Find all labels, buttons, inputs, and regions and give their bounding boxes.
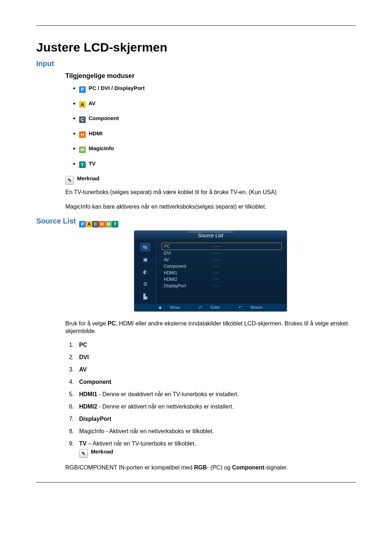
p-icon: P <box>79 86 86 93</box>
osd-item-component: Component : ---- <box>162 263 282 270</box>
mode-tv: T TV <box>79 160 356 168</box>
a-icon: A <box>79 101 86 108</box>
src-3: AV <box>75 366 356 373</box>
m-icon: M <box>79 147 86 153</box>
osd-menu: Source List ⇆ ▣ ◐ ⚙ ▙ PC : ---- DVI <box>134 230 287 312</box>
mode-av-label: AV <box>89 100 96 106</box>
top-rule <box>36 25 356 26</box>
m-icon: M <box>105 221 112 227</box>
mode-magicinfo-label: MagicInfo <box>89 145 114 151</box>
osd-item-hdmi2: HDMI2 : ---- <box>162 276 282 283</box>
src-4: Component <box>75 379 356 385</box>
source-list-label: Source List <box>36 217 76 225</box>
mode-component: C Component <box>79 115 356 123</box>
input-heading: Input <box>36 59 356 68</box>
source-description: Bruk for å velge PC, HDMI eller andre ek… <box>65 320 356 335</box>
return-icon: ↶ <box>238 305 242 310</box>
osd-item-pc: PC : ---- <box>162 243 282 250</box>
src-7: DisplayPort <box>75 416 356 422</box>
src-6: HDMI2 - Denne er aktivert når en nettver… <box>75 403 356 410</box>
move-icon: ◆ <box>159 305 162 310</box>
mode-av: A AV <box>79 100 356 108</box>
osd-item-av: AV : ---- <box>162 257 282 263</box>
h-icon: H <box>99 221 105 227</box>
note-icon: ✎ <box>79 449 88 458</box>
enter-icon: ⏎ <box>199 305 202 310</box>
osd-side-multi-icon: ▙ <box>140 292 150 301</box>
mode-pc: P PC / DVI / DisplayPort <box>79 85 356 93</box>
mode-pc-label: PC / DVI / DisplayPort <box>89 85 144 91</box>
page-title: Justere LCD-skjermen <box>36 40 356 54</box>
mode-tv-label: TV <box>89 160 95 167</box>
h-icon: H <box>79 131 86 138</box>
note-icon: ✎ <box>65 176 74 185</box>
osd-item-displayport: DisplayPort : ---- <box>162 283 282 289</box>
note-heading-2: ✎ Merknad <box>79 448 356 458</box>
p-icon: P <box>79 221 86 227</box>
bottom-rule <box>36 482 356 483</box>
source-icon-strip: PACHMT <box>79 218 118 227</box>
mode-hdmi: H HDMI <box>79 130 356 138</box>
note-text-3: RGB/COMPONENT IN-porten er kompatibel me… <box>65 464 356 472</box>
src-8: MagicInfo - Aktivert når en nettverksbok… <box>75 428 356 435</box>
modes-list: P PC / DVI / DisplayPort A AV C Componen… <box>65 85 356 168</box>
osd-item-dvi: DVI : ---- <box>162 250 282 257</box>
osd-side-sound-icon: ◐ <box>140 267 150 276</box>
source-ordered-list: PC DVI AV Component HDMI1 - Denne er dea… <box>65 342 356 458</box>
note-text-2: MagicInfo kan bare aktiveres når en nett… <box>65 203 356 211</box>
c-icon: C <box>79 116 86 123</box>
osd-side-input-icon: ⇆ <box>140 243 150 251</box>
osd-list: PC : ---- DVI : ---- AV : ---- Component… <box>156 240 287 304</box>
mode-component-label: Component <box>89 115 119 121</box>
src-9: TV – Aktivert når en TV-tunerboks er til… <box>75 440 356 458</box>
src-5: HDMI1 - Denne er deaktivert når en TV-tu… <box>75 391 356 398</box>
t-icon: T <box>112 221 118 227</box>
note-label: Merknad <box>77 175 99 181</box>
mode-hdmi-label: HDMI <box>89 130 102 136</box>
t-icon: T <box>79 161 86 168</box>
modes-heading: Tilgjengelige moduser <box>65 72 356 80</box>
c-icon: C <box>92 221 99 227</box>
osd-side-picture-icon: ▣ <box>140 255 150 264</box>
note-heading: ✎ Merknad <box>65 175 356 185</box>
osd-sidebar: ⇆ ▣ ◐ ⚙ ▙ <box>134 240 156 304</box>
note-text-1: En TV-tunerboks (selges separat) må være… <box>65 188 356 196</box>
osd-title: Source List <box>134 231 287 240</box>
osd-side-setup-icon: ⚙ <box>140 280 150 288</box>
osd-item-hdmi1: HDMI1 : ---- <box>162 270 282 276</box>
osd-footer: ◆Move ⏎Enter ↶Return <box>134 304 287 311</box>
src-1: PC <box>75 342 356 348</box>
src-2: DVI <box>75 354 356 361</box>
mode-magicinfo: M MagicInfo <box>79 145 356 153</box>
note-label-2: Merknad <box>91 448 113 455</box>
source-list-heading: Source List PACHMT <box>36 217 356 227</box>
a-icon: A <box>86 221 92 227</box>
